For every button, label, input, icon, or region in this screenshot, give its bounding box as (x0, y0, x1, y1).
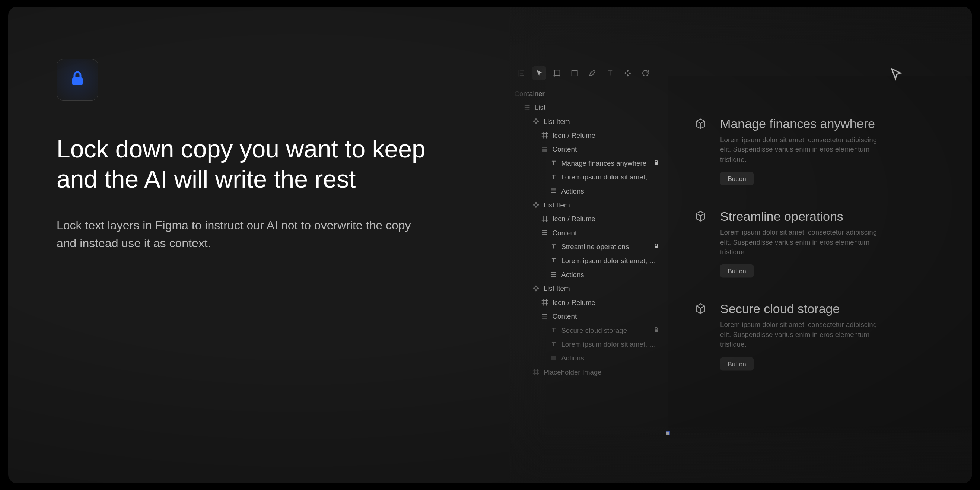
feature-title: Secure cloud storage (720, 302, 972, 317)
layer-type-icon (550, 173, 557, 181)
cube-icon (693, 302, 707, 316)
lock-icon (653, 243, 659, 250)
feature-description: Lorem ipsum dolor sit amet, consectetur … (720, 228, 885, 257)
layer-label: Icon / Relume (552, 215, 659, 222)
lock-icon (68, 70, 86, 89)
layer-type-icon (532, 368, 539, 376)
cursor-icon (889, 67, 904, 85)
svg-rect-1 (571, 70, 577, 76)
layer-type-icon (541, 229, 549, 236)
layer-row[interactable]: Secure cloud storage (509, 323, 665, 337)
shape-tool-icon[interactable] (568, 66, 581, 80)
layer-label: Content (552, 229, 659, 236)
layer-row[interactable]: Manage finances anywhere (509, 156, 665, 170)
right-pane: Container ListList ItemIcon / RelumeCont… (509, 7, 972, 483)
layer-type-icon (523, 103, 531, 111)
layer-row[interactable]: Actions (509, 184, 665, 198)
layer-type-icon (541, 299, 549, 306)
align-left-icon[interactable] (514, 66, 528, 80)
layer-container[interactable]: Container (509, 86, 665, 100)
layer-type-icon (532, 118, 539, 125)
layer-label: Icon / Relume (552, 131, 659, 139)
layer-row[interactable]: Icon / Relume (509, 212, 665, 226)
svg-rect-2 (655, 162, 658, 165)
layer-type-icon (550, 271, 557, 278)
layer-label: List (535, 103, 659, 111)
layer-row[interactable]: Icon / Relume (509, 295, 665, 309)
layer-label: List Item (544, 201, 659, 208)
hero-subtitle: Lock text layers in Figma to instruct ou… (57, 216, 414, 252)
text-tool-icon[interactable] (603, 66, 617, 80)
layer-row[interactable]: Placeholder Image (509, 365, 665, 379)
feature-item: Secure cloud storageLorem ipsum dolor si… (693, 302, 972, 371)
feature-title: Streamline operations (720, 209, 972, 224)
layer-label: Actions (561, 187, 659, 195)
layer-row[interactable]: Icon / Relume (509, 128, 665, 142)
layer-label: Content (552, 312, 659, 320)
layer-type-icon (550, 159, 557, 167)
layer-row[interactable]: Content (509, 226, 665, 239)
layer-label: Lorem ipsum dolor sit amet, conse… (561, 340, 659, 348)
pen-tool-icon[interactable] (585, 66, 599, 80)
layer-type-icon (550, 257, 557, 264)
feature-item: Streamline operationsLorem ipsum dolor s… (693, 209, 972, 278)
layer-row[interactable]: Content (509, 309, 665, 323)
feature-item: Manage finances anywhereLorem ipsum dolo… (693, 117, 972, 185)
feature-button[interactable]: Button (720, 264, 754, 278)
hero-title: Lock down copy you want to keep and the … (57, 134, 453, 194)
feature-button[interactable]: Button (720, 172, 754, 185)
layer-label: List Item (544, 118, 659, 125)
svg-rect-3 (655, 246, 658, 248)
layer-label: Actions (561, 354, 659, 361)
layer-type-icon (550, 243, 557, 250)
layer-label: Lorem ipsum dolor sit amet, conse… (561, 173, 659, 181)
left-pane: Lock down copy you want to keep and the … (8, 7, 490, 483)
lock-icon (653, 159, 659, 167)
component-tool-icon[interactable] (621, 66, 635, 80)
layer-label: Icon / Relume (552, 299, 659, 306)
layer-type-icon (550, 354, 557, 361)
svg-rect-4 (655, 329, 658, 332)
layer-label: Lorem ipsum dolor sit amet, conse… (561, 257, 659, 264)
lock-badge (57, 59, 98, 100)
layer-row[interactable]: Actions (509, 351, 665, 365)
layer-row[interactable]: Lorem ipsum dolor sit amet, conse… (509, 170, 665, 184)
layer-row[interactable]: Streamline operations (509, 240, 665, 254)
layer-label: Actions (561, 271, 659, 278)
layer-row[interactable]: List Item (509, 282, 665, 295)
layer-type-icon (550, 326, 557, 334)
layer-type-icon (532, 285, 539, 292)
frame-tool-icon[interactable] (550, 66, 564, 80)
layer-label: List Item (544, 285, 659, 292)
refresh-icon[interactable] (639, 66, 652, 80)
selection-handle[interactable] (666, 430, 670, 435)
layer-row[interactable]: List Item (509, 198, 665, 212)
layer-row[interactable]: Actions (509, 267, 665, 281)
layer-row[interactable]: Lorem ipsum dolor sit amet, conse… (509, 254, 665, 267)
feature-description: Lorem ipsum dolor sit amet, consectetur … (720, 320, 885, 349)
layer-row[interactable]: Lorem ipsum dolor sit amet, conse… (509, 337, 665, 351)
layer-row[interactable]: List Item (509, 114, 665, 128)
cube-icon (693, 209, 707, 223)
layer-label: Streamline operations (561, 243, 649, 250)
feature-title: Manage finances anywhere (720, 117, 972, 131)
layer-row[interactable]: Content (509, 142, 665, 156)
layer-label: Content (552, 145, 659, 153)
svg-rect-0 (72, 78, 83, 85)
layer-label: Placeholder Image (544, 368, 659, 376)
layer-type-icon (550, 187, 557, 195)
layer-type-icon (550, 340, 557, 348)
feature-description: Lorem ipsum dolor sit amet, consectetur … (720, 135, 885, 164)
layer-type-icon (541, 312, 549, 320)
figma-layers-panel: Container ListList ItemIcon / RelumeCont… (509, 64, 665, 379)
figma-toolbar (509, 64, 665, 83)
layer-type-icon (541, 145, 549, 153)
cursor-tool-icon[interactable] (532, 66, 546, 80)
feature-button[interactable]: Button (720, 357, 754, 371)
layer-label: Manage finances anywhere (561, 159, 649, 167)
figma-canvas-selection: Manage finances anywhereLorem ipsum dolo… (668, 76, 972, 433)
layer-row[interactable]: List (509, 100, 665, 114)
layer-type-icon (541, 131, 549, 139)
layer-type-icon (541, 215, 549, 222)
lock-icon (653, 326, 659, 334)
